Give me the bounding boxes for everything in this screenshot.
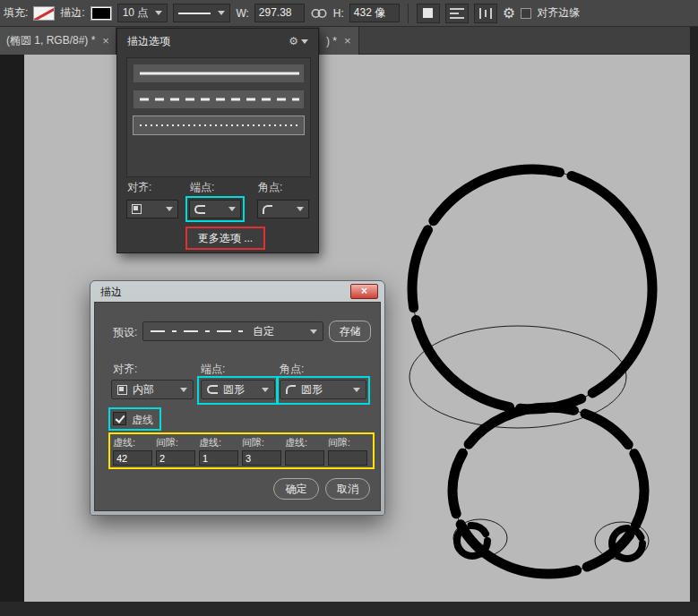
toolbar-divider (408, 4, 409, 23)
align-edges-label: 对齐边缘 (537, 5, 580, 21)
corners-dropdown[interactable] (257, 200, 309, 218)
gear-icon[interactable]: ⚙ (503, 6, 515, 21)
chevron-down-icon (310, 329, 317, 334)
align-lines-icon (450, 8, 464, 19)
save-button-label: 存储 (340, 324, 361, 339)
stroke-dialog-body: 预设: 自定 存储 对齐: 端点: 角点: 内部 圆形 圆形 (94, 302, 381, 511)
align-dropdown[interactable]: 内部 (111, 380, 194, 399)
chevron-down-icon (218, 11, 225, 15)
document-tab-title: (椭圆 1, RGB/8#) * (6, 33, 95, 48)
round-cap-icon (207, 385, 218, 394)
dashed-line-checkbox[interactable] (113, 412, 126, 425)
stroke-style-solid[interactable] (134, 64, 304, 82)
align-inside-icon (132, 204, 142, 214)
chevron-down-icon (155, 11, 162, 15)
close-icon[interactable]: × (344, 35, 351, 47)
align-inside-icon (117, 385, 127, 395)
dash-input-2[interactable] (199, 450, 238, 466)
preset-value: 自定 (253, 324, 274, 339)
chevron-down-icon (228, 207, 236, 211)
gap-input-2[interactable] (242, 450, 281, 466)
stroke-swatch[interactable] (90, 6, 112, 21)
status-bar (0, 602, 698, 616)
chevron-down-icon (353, 388, 360, 392)
no-fill-icon (33, 6, 55, 21)
gap-input-1[interactable] (156, 450, 195, 466)
stroke-style-dotted[interactable] (134, 116, 304, 134)
checkmark-icon (115, 413, 125, 424)
caps-dropdown[interactable] (189, 200, 241, 218)
cancel-button[interactable]: 取消 (325, 478, 370, 500)
round-corner-icon (286, 385, 296, 394)
close-icon: × (361, 285, 367, 297)
document-tab-active[interactable]: (椭圆 1, RGB/8#) * × (0, 27, 116, 55)
dashed-line-label: 虚线 (132, 413, 153, 428)
round-corner-icon (263, 205, 272, 214)
corners-label: 角点: (280, 362, 304, 377)
align-label: 对齐: (113, 362, 137, 377)
fill-label: 填充: (4, 5, 28, 21)
stroke-options-title: 描边选项 (127, 34, 170, 49)
caps-dropdown[interactable]: 圆形 (201, 380, 275, 399)
dialog-close-button[interactable]: × (350, 284, 378, 299)
stroke-style-dashed[interactable] (134, 90, 304, 108)
panel-menu-button[interactable]: ⚙ (289, 35, 308, 47)
gap-label-3: 间隙: (328, 436, 368, 449)
caps-value: 圆形 (223, 382, 245, 398)
width-input[interactable]: 297.38 (254, 4, 305, 22)
align-dropdown[interactable] (126, 200, 178, 218)
document-tab-partial[interactable]: ) * × (320, 27, 359, 55)
align-value: 内部 (133, 382, 154, 398)
gear-icon: ⚙ (289, 35, 298, 47)
gap-input-3[interactable] (328, 450, 367, 466)
path-alignment-button[interactable] (445, 4, 469, 23)
square-shape-icon (423, 8, 433, 18)
options-bar: 填充: 描边: 10 点 W: 297.38 H: 432 像 ⚙ 对齐边缘 (0, 0, 698, 27)
dash-input-3[interactable] (285, 450, 324, 466)
caps-label: 端点: (201, 362, 225, 377)
stroke-style-list (126, 57, 311, 177)
align-label: 对齐: (127, 180, 151, 195)
gap-label-1: 间隙: (156, 436, 196, 449)
caps-label: 端点: (190, 180, 214, 195)
solid-line-icon (178, 13, 211, 14)
stroke-dialog-title: 描边 (100, 285, 122, 300)
fill-swatch[interactable] (33, 6, 55, 21)
link-dimensions-icon[interactable] (310, 6, 328, 21)
save-button[interactable]: 存储 (329, 321, 371, 342)
dash-input-1[interactable] (113, 450, 152, 466)
preset-dropdown[interactable]: 自定 (142, 321, 323, 341)
chevron-down-icon (262, 388, 269, 392)
dash-preview-icon (149, 329, 247, 334)
path-operations-button[interactable] (417, 4, 440, 23)
chevron-down-icon (297, 207, 304, 211)
height-label: H: (333, 7, 344, 20)
width-label: W: (236, 7, 248, 20)
dash-label-2: 虚线: (199, 436, 239, 449)
arrange-layers-icon (479, 8, 492, 19)
path-arrangement-button[interactable] (474, 4, 497, 23)
stroke-width-dropdown[interactable]: 10 点 (117, 4, 168, 22)
stroke-options-panel: 描边选项 ⚙ 对齐: 端点: 角点: 更多选项 ... (116, 28, 319, 253)
chevron-down-icon (166, 207, 173, 211)
chevron-down-icon (301, 39, 308, 44)
corners-dropdown[interactable]: 圆形 (280, 380, 366, 399)
round-cap-icon (194, 205, 205, 214)
height-input[interactable]: 432 像 (349, 4, 400, 22)
cancel-button-label: 取消 (337, 482, 358, 497)
more-options-label: 更多选项 ... (198, 231, 253, 246)
stroke-dialog: 描边 × 预设: 自定 存储 对齐: 端点: 角点: 内部 圆形 (90, 280, 385, 516)
preset-label: 预设: (113, 325, 137, 340)
align-edges-checkbox[interactable] (521, 8, 531, 19)
tools-panel-edge (0, 55, 24, 602)
chevron-down-icon (180, 388, 187, 392)
ok-button[interactable]: 确定 (273, 478, 319, 500)
stroke-style-dropdown[interactable] (173, 4, 230, 22)
document-tab-title: ) * (326, 35, 337, 47)
close-icon[interactable]: × (102, 35, 109, 47)
stroke-label: 描边: (60, 5, 84, 21)
more-options-button[interactable]: 更多选项 ... (185, 227, 265, 250)
gap-label-2: 间隙: (242, 436, 282, 449)
dash-gap-fields: 虚线: 间隙: 虚线: 间隙: 虚线: 间隙: (108, 432, 375, 469)
stroke-options-header: 描边选项 ⚙ (117, 29, 318, 54)
